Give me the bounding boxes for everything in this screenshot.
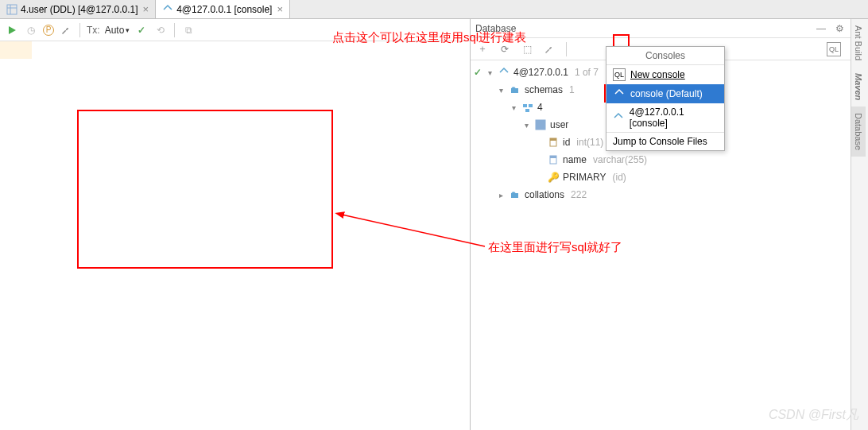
- consoles-popup: Consoles QL New console console (Default…: [606, 46, 725, 151]
- svg-rect-5: [525, 109, 529, 112]
- chevron-right-icon[interactable]: ▸: [496, 191, 506, 200]
- console-icon: [613, 111, 625, 124]
- sidebar-maven[interactable]: Maven: [851, 67, 866, 107]
- svg-rect-3: [523, 104, 527, 107]
- sidebar-ant[interactable]: Ant Build: [851, 19, 866, 67]
- tx-mode-dropdown[interactable]: Auto ▾: [105, 25, 130, 36]
- svg-rect-10: [550, 138, 556, 141]
- wrench-icon[interactable]: [59, 23, 73, 37]
- close-icon[interactable]: ×: [143, 3, 149, 15]
- tab-console[interactable]: 4@127.0.0.1 [console] ×: [156, 0, 290, 18]
- tree-collations[interactable]: ▸ 🖿 collations 222: [471, 186, 868, 203]
- history-icon[interactable]: ◷: [24, 23, 38, 37]
- watermark: CSDN @First凡: [769, 407, 858, 424]
- console-icon: [162, 4, 173, 15]
- folder-icon: 🖿: [509, 188, 521, 201]
- tree-primary-key[interactable]: 🔑 PRIMARY (id): [471, 169, 868, 186]
- folder-icon: 🖿: [509, 83, 521, 96]
- editor-body[interactable]: [0, 41, 470, 430]
- svg-rect-4: [529, 104, 533, 107]
- sql-console-icon[interactable]: QL: [827, 42, 841, 56]
- chevron-down-icon[interactable]: ▾: [496, 86, 506, 95]
- plan-icon[interactable]: P: [43, 25, 54, 36]
- sql-icon: QL: [613, 68, 626, 81]
- close-icon[interactable]: ×: [277, 3, 283, 15]
- sidebar-database[interactable]: Database: [851, 107, 866, 157]
- refresh-icon[interactable]: ⟳: [498, 42, 512, 56]
- commit-icon[interactable]: ✓: [134, 23, 149, 37]
- key-icon: 🔑: [547, 171, 560, 184]
- chevron-down-icon: ▾: [126, 26, 130, 34]
- run-button[interactable]: [5, 23, 19, 37]
- chevron-down-icon[interactable]: ▾: [485, 68, 494, 77]
- editor-panel: ◷ P Tx: Auto ▾ ✓ ⟲ ⧉: [0, 19, 471, 430]
- svg-rect-12: [550, 156, 556, 158]
- tab-label: 4.user (DDL) [4@127.0.0.1]: [21, 4, 138, 15]
- tree-column-name[interactable]: name varchar(255): [471, 151, 868, 169]
- attach-icon[interactable]: ⧉: [181, 23, 196, 37]
- chevron-down-icon[interactable]: ▾: [521, 121, 531, 130]
- wrench-icon[interactable]: [542, 42, 556, 56]
- gear-icon[interactable]: ⚙: [835, 23, 844, 34]
- rollback-icon[interactable]: ⟲: [153, 23, 168, 37]
- column-icon: [547, 136, 560, 149]
- db-panel-header: Database — ⚙ —: [471, 19, 868, 38]
- db-panel-title: Database: [475, 23, 516, 34]
- add-icon[interactable]: ＋: [475, 42, 490, 56]
- editor-toolbar: ◷ P Tx: Auto ▾ ✓ ⟲ ⧉: [0, 19, 470, 41]
- popup-console-default[interactable]: console (Default): [606, 84, 724, 103]
- tx-label: Tx:: [87, 25, 100, 36]
- chevron-down-icon[interactable]: ▾: [509, 103, 518, 112]
- datasource-icon: [498, 66, 510, 79]
- minimize-icon[interactable]: —: [816, 23, 826, 34]
- popup-console-ip[interactable]: 4@127.0.0.1 [console]: [606, 103, 724, 132]
- right-sidebar: Ant Build Maven Database: [851, 19, 868, 430]
- console-icon: [613, 87, 626, 100]
- tab-label: 4@127.0.0.1 [console]: [176, 4, 272, 15]
- popup-jump-files[interactable]: Jump to Console Files: [606, 132, 724, 150]
- popup-new-console[interactable]: QL New console: [606, 65, 724, 84]
- svg-rect-6: [536, 120, 545, 130]
- svg-rect-0: [7, 5, 17, 14]
- tab-ddl[interactable]: 4.user (DDL) [4@127.0.0.1] ×: [0, 0, 156, 18]
- line-gutter: [0, 41, 32, 59]
- schema-icon: [521, 101, 534, 114]
- table-icon: [534, 118, 547, 131]
- stop-icon[interactable]: ⬚: [520, 42, 534, 56]
- popup-title: Consoles: [606, 47, 724, 65]
- table-icon: [6, 4, 17, 15]
- check-icon: ✓: [474, 67, 482, 78]
- editor-tabs: 4.user (DDL) [4@127.0.0.1] × 4@127.0.0.1…: [0, 0, 868, 19]
- column-icon: [547, 153, 560, 166]
